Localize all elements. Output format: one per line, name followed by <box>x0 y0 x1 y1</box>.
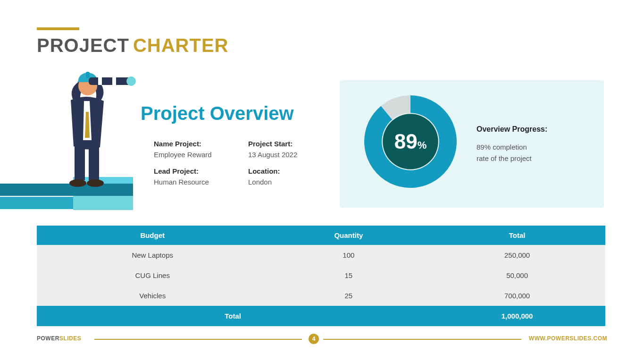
svg-rect-9 <box>98 77 102 85</box>
table-cell: 25 <box>268 286 429 306</box>
slide-footer: POWERSLIDES 4 WWW.POWERSLIDES.COM <box>0 335 644 349</box>
col-budget: Budget <box>37 226 268 245</box>
title-word-1: PROJECT <box>37 35 129 56</box>
svg-rect-7 <box>86 72 90 78</box>
svg-point-11 <box>126 76 136 86</box>
table-cell: 250,000 <box>429 245 605 265</box>
progress-donut-chart: 89% <box>361 92 460 191</box>
field-label: Lead Project: <box>154 167 248 175</box>
page-number-badge: 4 <box>309 334 319 344</box>
table-cell: Vehicles <box>37 286 268 306</box>
svg-rect-10 <box>112 77 116 85</box>
field-value: 13 August 2022 <box>248 151 343 159</box>
progress-description: 89% completion rate of the project <box>477 142 532 164</box>
field-project-start: Project Start: 13 August 2022 <box>248 140 343 159</box>
percent-symbol: % <box>418 139 427 151</box>
progress-value: 89% <box>394 130 427 153</box>
field-value: Employee Reward <box>154 151 248 159</box>
budget-table: Budget Quantity Total New Laptops100250,… <box>37 226 605 326</box>
field-label: Name Project: <box>154 140 248 148</box>
footer-divider <box>94 339 302 340</box>
brand-part-2: SLIDES <box>59 335 81 342</box>
title-accent-bar <box>37 27 79 30</box>
slide: PROJECTCHARTER <box>0 0 644 362</box>
field-name-project: Name Project: Employee Reward <box>154 140 248 159</box>
field-value: London <box>248 178 343 186</box>
platform-bar <box>73 196 133 210</box>
footer-divider <box>323 339 521 340</box>
col-total: Total <box>429 226 605 245</box>
overview-fields: Name Project: Employee Reward Project St… <box>154 140 343 186</box>
table-row: New Laptops100250,000 <box>37 245 605 265</box>
svg-rect-8 <box>89 77 131 85</box>
table-cell: 15 <box>268 265 429 286</box>
person-telescope-icon <box>42 67 142 190</box>
title-word-2: CHARTER <box>133 35 229 56</box>
total-label: Total <box>37 306 429 326</box>
table-row: CUG Lines1550,000 <box>37 265 605 286</box>
field-label: Location: <box>248 167 343 175</box>
table-header: Budget Quantity Total <box>37 226 605 245</box>
field-label: Project Start: <box>248 140 343 148</box>
field-location: Location: London <box>248 167 343 186</box>
brand-part-1: POWER <box>37 335 59 342</box>
footer-brand: POWERSLIDES <box>37 335 81 342</box>
col-quantity: Quantity <box>268 226 429 245</box>
table-cell: New Laptops <box>37 245 268 265</box>
field-lead-project: Lead Project: Human Resource <box>154 167 248 186</box>
table-row: Vehicles25700,000 <box>37 286 605 306</box>
field-value: Human Resource <box>154 178 248 186</box>
footer-url: WWW.POWERSLIDES.COM <box>529 335 607 342</box>
progress-sub-line: rate of the project <box>477 154 532 162</box>
progress-sub-line: 89% completion <box>477 143 527 151</box>
overview-heading: Project Overview <box>141 103 294 124</box>
svg-point-3 <box>87 179 104 187</box>
table-cell: 700,000 <box>429 286 605 306</box>
svg-point-2 <box>69 179 86 187</box>
table-footer-row: Total 1,000,000 <box>37 306 605 326</box>
table-cell: 100 <box>268 245 429 265</box>
slide-title: PROJECTCHARTER <box>37 35 228 56</box>
progress-label: Overview Progress: <box>477 125 547 134</box>
table-cell: 50,000 <box>429 265 605 286</box>
svg-rect-1 <box>89 145 99 180</box>
progress-number: 89 <box>394 130 418 153</box>
table-cell: CUG Lines <box>37 265 268 286</box>
svg-rect-0 <box>75 145 85 180</box>
total-value: 1,000,000 <box>429 306 605 326</box>
table-body: New Laptops100250,000CUG Lines1550,000Ve… <box>37 245 605 306</box>
